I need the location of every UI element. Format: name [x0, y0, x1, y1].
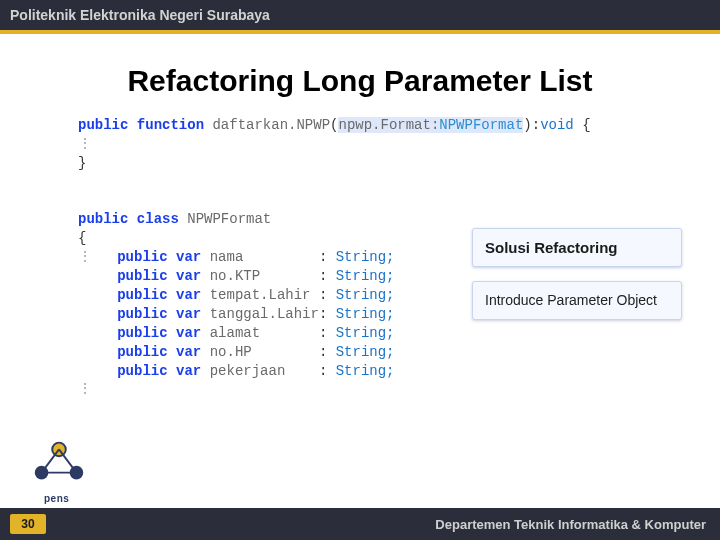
- slide-number: 30: [21, 517, 34, 531]
- callout-technique-body: Introduce Parameter Object: [485, 292, 669, 309]
- callout-group: Solusi Refactoring Introduce Parameter O…: [472, 228, 682, 334]
- svg-line-3: [42, 449, 59, 472]
- pens-logo: [28, 430, 90, 492]
- callout-solution: Solusi Refactoring: [472, 228, 682, 267]
- accent-line: [0, 30, 720, 34]
- callout-solution-title: Solusi Refactoring: [485, 239, 669, 256]
- network-icon: [28, 430, 90, 492]
- footer-bar: Departemen Teknik Informatika & Komputer: [0, 508, 720, 540]
- institution-name: Politeknik Elektronika Negeri Surabaya: [10, 7, 270, 23]
- callout-technique: Introduce Parameter Object: [472, 281, 682, 320]
- logo-label: pens: [44, 493, 69, 504]
- svg-line-4: [59, 449, 76, 472]
- header-bar: Politeknik Elektronika Negeri Surabaya: [0, 0, 720, 30]
- slide-number-badge: 30: [10, 514, 46, 534]
- slide-title: Refactoring Long Parameter List: [0, 64, 720, 98]
- department-name: Departemen Teknik Informatika & Komputer: [435, 517, 706, 532]
